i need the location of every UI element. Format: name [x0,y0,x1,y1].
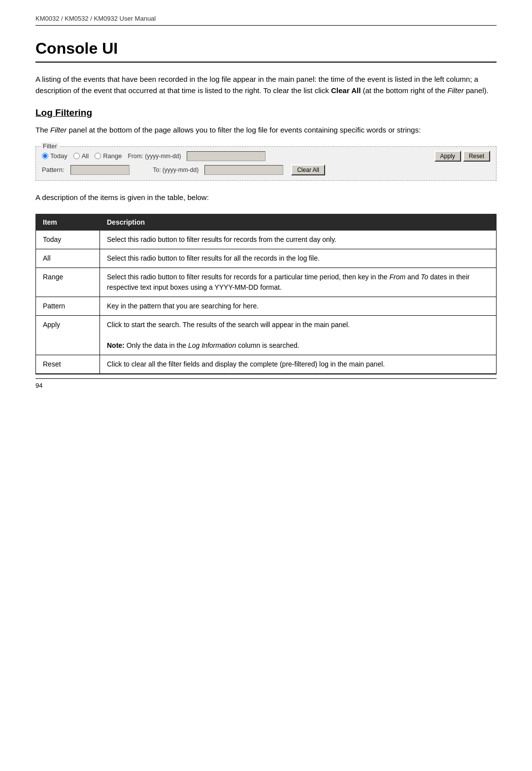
to-label: To: (yyyy-mm-dd) [153,167,199,173]
desc-today: Select this radio button to filter resul… [100,231,497,249]
page-number: 94 [35,382,42,389]
body-bold-clear: Clear All [331,86,361,95]
reset-button[interactable]: Reset [463,151,490,162]
filter-row-2: Pattern: To: (yyyy-mm-dd) Clear All [42,165,490,175]
table-row: All Select this radio button to filter r… [36,249,497,268]
to-date-input[interactable] [204,165,283,175]
radio-all[interactable] [73,153,80,159]
table-row: Apply Click to start the search. The res… [36,316,497,355]
footer: 94 [35,378,497,389]
table-row: Range Select this radio button to filter… [36,268,497,297]
radio-range[interactable] [95,153,101,159]
item-apply: Apply [36,316,100,355]
radio-range-label: Range [103,152,122,160]
breadcrumb: KM0032 / KM0532 / KM0932 User Manual [35,15,156,22]
note-label: Note: [107,341,125,349]
description-text: A description of the items is given in t… [35,192,497,203]
item-pattern: Pattern [36,297,100,316]
body-italic-filter: Filter [447,86,464,95]
filter-row-1: Today All Range From: (yyyy-mm-dd) Apply… [42,151,490,162]
desc-reset: Click to clear all the filter fields and… [100,355,497,374]
item-all: All [36,249,100,268]
filter-legend: Filter [41,142,59,150]
filter-italic: Filter [50,126,66,134]
from-date-input[interactable] [187,151,266,161]
item-reset: Reset [36,355,100,374]
filter-panel: Filter Today All Range From: (yyyy-mm-dd… [35,146,497,181]
radio-all-group[interactable]: All [73,152,89,160]
italic-from: From [390,273,406,281]
table-row: Today Select this radio button to filter… [36,231,497,249]
pattern-input[interactable] [70,165,130,175]
from-label: From: (yyyy-mm-dd) [128,153,181,160]
table-row: Reset Click to clear all the filter fiel… [36,355,497,374]
table-header-row: Item Description [36,214,497,231]
log-information-italic: Log Information [188,341,236,349]
italic-to: To [421,273,428,281]
column-header-item: Item [36,214,100,231]
header-bar: KM0032 / KM0532 / KM0932 User Manual [35,14,497,26]
radio-today-label: Today [50,152,67,160]
pattern-label: Pattern: [42,166,65,173]
radio-all-label: All [82,152,89,160]
apply-reset-buttons: Apply Reset [434,151,490,162]
body-paragraph: A listing of the events that have been r… [35,73,497,97]
desc-apply: Click to start the search. The results o… [100,316,497,355]
log-filtering-intro: The Filter panel at the bottom of the pa… [35,124,497,135]
items-table: Item Description Today Select this radio… [35,214,497,374]
radio-range-group[interactable]: Range [95,152,122,160]
section-title-log-filtering: Log Filtering [35,107,497,118]
item-range: Range [36,268,100,297]
clear-all-button[interactable]: Clear All [291,165,325,175]
radio-today-group[interactable]: Today [42,152,67,160]
desc-pattern: Key in the pattern that you are searchin… [100,297,497,316]
desc-all: Select this radio button to filter resul… [100,249,497,268]
apply-button[interactable]: Apply [434,151,461,162]
desc-range: Select this radio button to filter resul… [100,268,497,297]
table-row: Pattern Key in the pattern that you are … [36,297,497,316]
radio-today[interactable] [42,153,48,159]
page-title: Console UI [35,39,497,63]
column-header-description: Description [100,214,497,231]
item-today: Today [36,231,100,249]
